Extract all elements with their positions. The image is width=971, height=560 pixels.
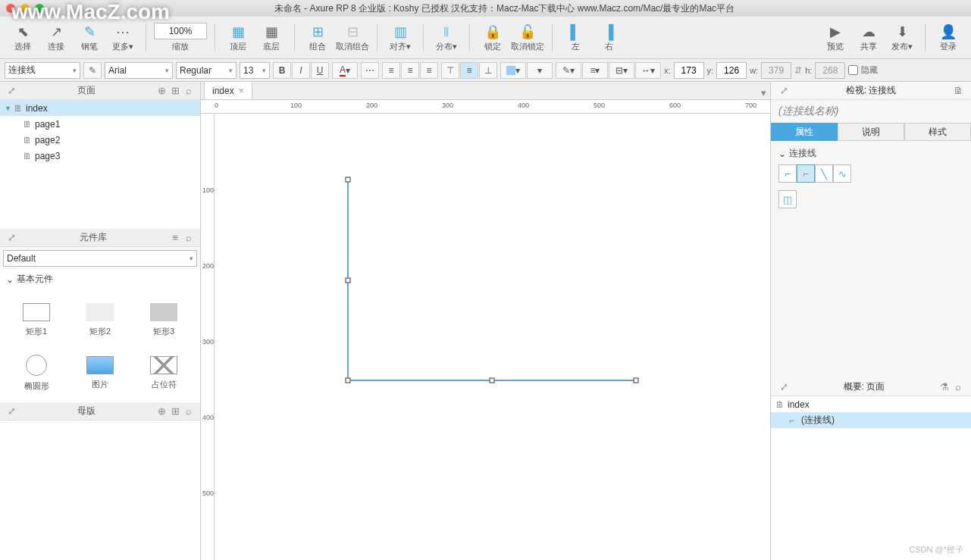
align-center-text[interactable]: ≡ (401, 62, 419, 79)
shadow-button[interactable]: ▾ (527, 62, 553, 79)
align-right-button[interactable]: ▐右 (594, 19, 624, 57)
weight-select[interactable]: Regular (176, 62, 236, 79)
publish-button[interactable]: ⬇发布▾ (887, 19, 917, 57)
outline-item-connector[interactable]: ⌐(连接线) (771, 412, 971, 428)
connector-style-3[interactable]: ╲ (815, 164, 833, 183)
tab-style[interactable]: 样式 (904, 123, 971, 141)
line-style-button[interactable]: ⊟▾ (609, 62, 634, 79)
preview-button[interactable]: ▶预览 (820, 19, 850, 57)
handle[interactable] (634, 378, 639, 383)
page-item-index[interactable]: ▼🗎index (0, 100, 200, 116)
italic-button[interactable]: I (292, 62, 310, 79)
size-select[interactable]: 13 (240, 62, 270, 79)
handle[interactable] (346, 278, 351, 283)
search-icon[interactable]: ⌕ (182, 231, 196, 245)
widget-name-input[interactable]: (连接线名称) (771, 100, 971, 123)
connector-line[interactable] (215, 114, 768, 560)
widget-rect3[interactable]: 矩形3 (132, 293, 196, 346)
send-back-button[interactable]: ▦底层 (256, 19, 287, 57)
search-icon[interactable]: ⌕ (182, 84, 196, 98)
collapse-icon[interactable]: ⤢ (777, 380, 791, 394)
hide-label: 隐藏 (861, 64, 878, 76)
unlock-button[interactable]: 🔓取消锁定 (511, 19, 544, 57)
pen-tool[interactable]: ✎钢笔 (74, 19, 105, 57)
line-color-button[interactable]: ✎▾ (556, 62, 581, 79)
connector-style-1[interactable]: ⌐ (778, 164, 797, 183)
lock-button[interactable]: 🔒锁定 (478, 19, 508, 57)
align-right-text[interactable]: ≡ (420, 62, 438, 79)
add-page-icon[interactable]: ⊕ (155, 84, 168, 98)
close-icon[interactable] (6, 4, 15, 13)
valign-middle[interactable]: ≡ (460, 62, 478, 79)
canvas-area: index× ▾ 0 100 200 300 400 500 600 700 1… (201, 82, 770, 560)
zoom-input[interactable]: 100% (154, 23, 207, 39)
widget-ellipse[interactable]: 椭圆形 (5, 346, 68, 399)
connect-tool[interactable]: ↗连接 (41, 19, 71, 57)
bring-front-button[interactable]: ▦顶层 (223, 19, 253, 57)
tab-notes[interactable]: 说明 (838, 123, 904, 141)
align-left-button[interactable]: ▌左 (560, 19, 590, 57)
shape-select[interactable]: 连接线 (5, 62, 80, 79)
paste-style-button[interactable]: ✎ (83, 62, 102, 79)
close-tab-icon[interactable]: × (239, 86, 244, 96)
bold-button[interactable]: B (273, 62, 291, 79)
filter-icon[interactable]: ⚗ (938, 380, 951, 394)
text-color-button[interactable]: A▾ (332, 62, 358, 79)
valign-bottom[interactable]: ⊥ (479, 62, 497, 79)
y-input[interactable] (716, 62, 747, 79)
menu-icon[interactable]: ≡ (168, 231, 182, 245)
add-folder-icon[interactable]: ⊞ (168, 84, 182, 98)
ungroup-button[interactable]: ⊟取消组合 (336, 19, 369, 57)
add-folder-icon[interactable]: ⊞ (168, 405, 182, 418)
collapse-icon[interactable]: ⤢ (5, 84, 18, 98)
library-select[interactable]: Default (3, 250, 197, 267)
arrow-button[interactable]: ↔▾ (635, 62, 661, 79)
widget-rect1[interactable]: 矩形1 (5, 293, 68, 346)
distribute-button[interactable]: ⦀分布▾ (431, 19, 462, 57)
add-master-icon[interactable]: ⊕ (155, 405, 168, 418)
align-button[interactable]: ▥对齐▾ (385, 19, 415, 57)
outline-item-index[interactable]: 🗎index (771, 396, 971, 412)
collapse-icon[interactable]: ⤢ (5, 231, 18, 245)
minimize-icon[interactable] (20, 4, 30, 13)
more-tools[interactable]: ⋯更多▾ (108, 19, 138, 57)
handle[interactable] (346, 378, 351, 383)
handle[interactable] (490, 378, 495, 383)
search-icon[interactable]: ⌕ (951, 380, 965, 394)
canvas[interactable] (215, 114, 770, 560)
select-tool[interactable]: ⬉选择 (8, 19, 38, 57)
connector-style-2[interactable]: ⌐ (797, 164, 815, 183)
tab-index[interactable]: index× (204, 81, 252, 99)
library-section[interactable]: ⌄基本元件 (0, 270, 200, 289)
align-left-text[interactable]: ≡ (382, 62, 400, 79)
widget-image[interactable]: 图片 (68, 346, 132, 399)
page-item-page1[interactable]: 🗎page1 (0, 116, 200, 132)
underline-button[interactable]: U (311, 62, 329, 79)
link-wh-icon[interactable]: ⇵ (794, 65, 802, 76)
x-input[interactable] (674, 62, 704, 79)
widget-rect2[interactable]: 矩形2 (68, 293, 132, 346)
hide-checkbox[interactable] (848, 65, 858, 75)
font-select[interactable]: Arial (105, 62, 173, 79)
fill-color-button[interactable]: ▾ (500, 62, 526, 79)
tab-menu-icon[interactable]: ▾ (756, 86, 770, 99)
collapse-icon[interactable]: ⤢ (777, 84, 791, 98)
handle[interactable] (346, 177, 351, 183)
collapse-icon[interactable]: ⤢ (5, 405, 18, 418)
page-item-page3[interactable]: 🗎page3 (0, 148, 200, 164)
page-item-page2[interactable]: 🗎page2 (0, 132, 200, 148)
connector-reverse[interactable]: ◫ (778, 190, 797, 208)
group-button[interactable]: ⊞组合 (302, 19, 333, 57)
maximize-icon[interactable] (35, 4, 44, 13)
connector-style-4[interactable]: ∿ (833, 164, 851, 183)
section-header[interactable]: ⌄连接线 (778, 147, 963, 160)
share-button[interactable]: ☁共享 (854, 19, 884, 57)
valign-top[interactable]: ⊤ (441, 62, 459, 79)
tab-properties[interactable]: 属性 (771, 123, 838, 141)
line-width-button[interactable]: ≡▾ (582, 62, 608, 79)
more-text-button[interactable]: ⋯ (361, 62, 379, 79)
widget-placeholder[interactable]: 占位符 (132, 346, 196, 399)
note-icon[interactable]: 🗎 (951, 84, 965, 98)
search-icon[interactable]: ⌕ (182, 405, 196, 418)
login-button[interactable]: 👤登录 (933, 19, 963, 57)
